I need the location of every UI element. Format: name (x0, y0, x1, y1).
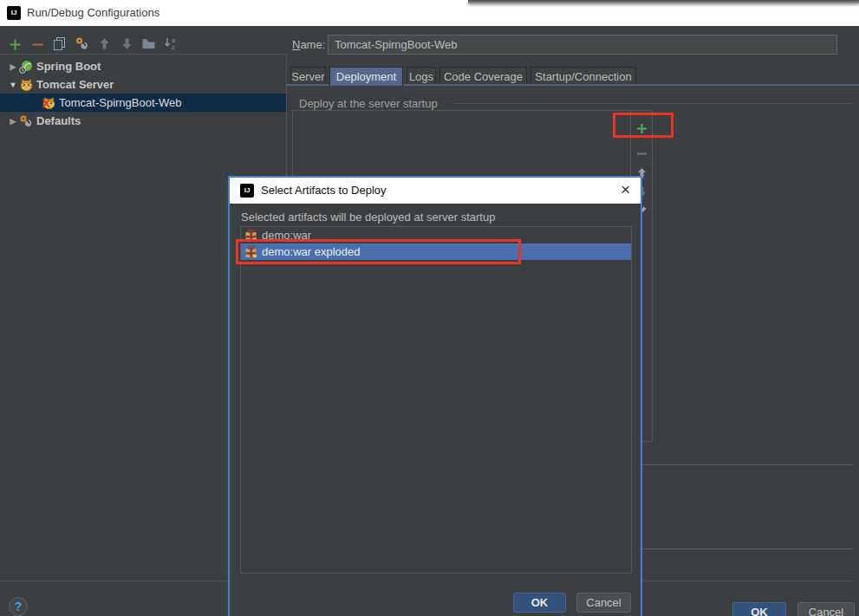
remove-icon[interactable] (631, 144, 652, 163)
deploy-group-label: Deploy at the server startup (299, 97, 438, 110)
add-icon[interactable] (7, 36, 23, 52)
tree-item-defaults[interactable]: ▶ Defaults (0, 112, 286, 130)
annotation-highlight-add-button (613, 113, 674, 138)
tree-item-tomcat-server[interactable]: ▼ Tomcat Server (0, 75, 286, 94)
tab-deployment[interactable]: Deployment (329, 67, 403, 86)
name-label: Name: (292, 38, 325, 51)
tab-startup-connection[interactable]: Startup/Connection (530, 67, 636, 86)
remove-icon[interactable] (29, 36, 45, 52)
name-input[interactable] (328, 35, 837, 55)
modal-cancel-button[interactable]: Cancel (576, 593, 631, 613)
tree-item-label: Spring Boot (36, 60, 101, 73)
intellij-logo-icon: IJ (7, 6, 21, 20)
modal-title: Select Artifacts to Deploy (261, 178, 387, 204)
artifacts-list: demo:war demo:war exploded (240, 226, 632, 574)
help-button[interactable]: ? (9, 597, 28, 616)
tree-item-label: Tomcat-SpirngBoot-Web (59, 96, 181, 109)
modal-titlebar: IJ Select Artifacts to Deploy × (230, 178, 641, 204)
tab-server[interactable]: Server (290, 67, 326, 86)
wrench-icon (19, 114, 34, 128)
window-title: Run/Debug Configurations (27, 0, 159, 26)
chevron-right-icon[interactable]: ▶ (7, 117, 19, 126)
folder-icon[interactable] (140, 36, 156, 51)
svg-text:z: z (172, 44, 175, 50)
tab-logs[interactable]: Logs (407, 67, 436, 86)
chevron-right-icon[interactable]: ▶ (7, 62, 19, 71)
group-divider (453, 103, 854, 104)
move-down-icon[interactable] (119, 36, 134, 51)
edit-defaults-icon[interactable] (74, 36, 89, 51)
background-window-edge (468, 0, 859, 3)
close-icon[interactable]: × (621, 178, 630, 204)
annotation-highlight-artifact-item (236, 239, 521, 264)
tree-item-label: Tomcat Server (36, 78, 114, 91)
window-titlebar: IJ Run/Debug Configurations (0, 0, 859, 26)
modal-ok-button[interactable]: OK (513, 593, 566, 613)
intellij-logo-icon: IJ (240, 184, 254, 198)
tomcat-broken-icon (42, 96, 56, 110)
tree-item-spring-boot[interactable]: ▶ Spring Boot (0, 57, 286, 75)
tree-item-label: Defaults (36, 114, 81, 127)
copy-icon[interactable] (51, 36, 67, 51)
modal-subtitle: Selected artifacts will be deployed at s… (241, 211, 495, 224)
spring-boot-icon (19, 60, 34, 74)
svg-text:a: a (172, 37, 175, 43)
tree-item-tomcat-spirngboot-web[interactable]: Tomcat-SpirngBoot-Web (0, 94, 286, 112)
chevron-down-icon[interactable]: ▼ (7, 81, 19, 89)
tab-code-coverage[interactable]: Code Coverage (439, 67, 527, 86)
sort-alphabetically-icon[interactable]: a z (163, 36, 179, 51)
cancel-button[interactable]: Cancel (797, 602, 855, 616)
tomcat-icon (19, 78, 34, 92)
run-debug-configurations-dialog: IJ Run/Debug Configurations a (0, 0, 859, 616)
move-up-icon[interactable] (96, 36, 112, 51)
ok-button[interactable]: OK (732, 602, 786, 616)
